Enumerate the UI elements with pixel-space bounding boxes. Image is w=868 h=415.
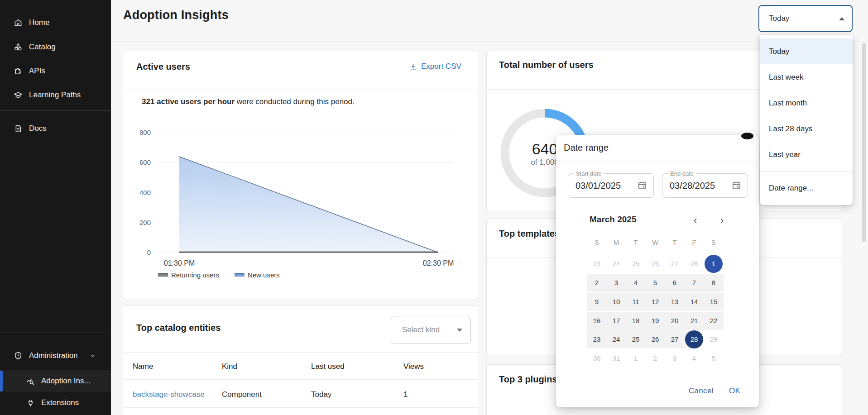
day-cell[interactable]: 19 (646, 312, 665, 330)
end-date-label: End date (668, 170, 696, 177)
page-title: Adoption Insights (123, 8, 229, 22)
legend-item: Returning users (158, 271, 219, 279)
menu-item-label: Last 28 days (769, 124, 812, 134)
total-users-title: Total number of users (499, 60, 594, 70)
menu-item-today[interactable]: Today (760, 38, 853, 64)
day-cell: 25 (626, 255, 646, 273)
day-cell[interactable]: 4 (626, 274, 646, 292)
legend-swatch (158, 273, 168, 277)
day-cell[interactable]: 14 (685, 293, 704, 311)
date-range-dialog-title: Date range (564, 143, 609, 153)
calendar-prev-button[interactable] (691, 216, 701, 226)
sidebar-item-label: Docs (29, 124, 47, 133)
sidebar-item-apis[interactable]: APIs (0, 60, 111, 82)
menu-item-date-range[interactable]: Date range... (760, 175, 853, 201)
column-header-views: Views (403, 362, 424, 371)
legend-swatch (235, 273, 245, 277)
day-cell[interactable]: 17 (607, 312, 626, 330)
export-csv-button[interactable]: Export CSV (409, 62, 461, 71)
sidebar-item-administration[interactable]: Administration (0, 345, 111, 367)
calendar-icon[interactable] (731, 180, 742, 191)
menu-item-last-28-days[interactable]: Last 28 days (760, 116, 853, 142)
active-users-header-divider (123, 90, 479, 90)
day-cell[interactable]: 11 (626, 293, 646, 311)
kind-select[interactable]: Select kind (391, 316, 471, 344)
sidebar-divider (0, 110, 111, 111)
calendar-icon[interactable] (637, 180, 647, 191)
sidebar-item-learning-paths[interactable]: Learning Paths (0, 84, 111, 106)
day-cell: 3 (665, 349, 685, 367)
sidebar-item-extensions[interactable]: Extensions (0, 392, 111, 414)
calendar-next-button[interactable] (717, 216, 727, 226)
day-cell[interactable]: 16 (587, 312, 607, 330)
calendar-month-label: March 2025 (590, 215, 637, 224)
y-axis-label: 0 (129, 248, 151, 256)
legend-item: New users (235, 271, 280, 279)
day-cell[interactable]: 27 (665, 330, 685, 348)
caret-down-icon (457, 329, 462, 332)
sidebar-item-label: Catalog (29, 43, 56, 52)
day-cell[interactable]: 13 (665, 293, 685, 311)
home-icon (14, 18, 23, 27)
column-header-kind: Kind (222, 362, 237, 371)
day-cell[interactable]: 10 (607, 293, 626, 311)
day-selected-start[interactable]: 1 (705, 255, 723, 273)
start-date-label: Start date (574, 170, 604, 177)
scrollbar-thumb[interactable] (862, 43, 866, 242)
top-plugins-title: Top 3 plugins (499, 374, 557, 385)
day-cell[interactable]: 18 (626, 312, 646, 330)
day-cell[interactable]: 26 (646, 330, 665, 348)
day-cell: 23 (587, 255, 607, 273)
export-csv-label: Export CSV (421, 62, 461, 71)
top-templates-title: Top templates (499, 229, 560, 239)
column-header-name: Name (133, 362, 153, 371)
sidebar-item-label: Learning Paths (29, 91, 81, 100)
day-cell: 5 (704, 349, 724, 367)
day-selected-end[interactable]: 28 (685, 330, 703, 348)
day-cell[interactable]: 22 (704, 312, 724, 330)
legend-label: New users (248, 271, 280, 279)
day-cell[interactable]: 25 (626, 330, 646, 348)
entity-name-link[interactable]: backstage-showcase (133, 390, 205, 399)
day-cell: 24 (607, 255, 626, 273)
day-cell[interactable]: 2 (587, 274, 607, 292)
day-cell[interactable]: 23 (587, 330, 607, 348)
day-cell: 1 (626, 349, 646, 367)
menu-item-last-year[interactable]: Last year (760, 142, 853, 167)
day-cell[interactable]: 9 (587, 293, 607, 311)
date-range-select[interactable]: Today (758, 5, 853, 32)
day-cell: 27 (665, 255, 685, 273)
menu-item-last-week[interactable]: Last week (760, 64, 853, 90)
day-cell[interactable]: 12 (646, 293, 665, 311)
end-date-value: 03/28/2025 (670, 181, 715, 191)
day-cell[interactable]: 7 (685, 274, 704, 292)
weekday-header: M (607, 239, 626, 246)
sidebar-item-label: APIs (29, 67, 45, 76)
weekday-header: S (587, 239, 607, 246)
start-date-field[interactable]: Start date 03/01/2025 (568, 173, 654, 198)
chart-legend: Returning usersNew users (158, 271, 280, 279)
day-cell[interactable]: 3 (607, 274, 626, 292)
dialog-cancel-button[interactable]: Cancel (689, 386, 714, 396)
api-icon (14, 67, 23, 76)
day-cell[interactable]: 5 (646, 274, 665, 292)
sidebar-item-catalog[interactable]: Catalog (0, 36, 111, 58)
sidebar-item-docs[interactable]: Docs (0, 118, 111, 139)
day-cell[interactable]: 15 (704, 293, 724, 311)
dialog-ok-button[interactable]: OK (729, 386, 740, 396)
day-cell[interactable]: 8 (704, 274, 724, 292)
day-cell[interactable]: 6 (665, 274, 685, 292)
day-cell[interactable]: 21 (685, 312, 704, 330)
menu-item-label: Last month (769, 99, 807, 108)
day-cell[interactable]: 20 (665, 312, 685, 330)
black-dot (741, 133, 753, 139)
day-cell: 4 (685, 349, 704, 367)
end-date-field[interactable]: End date 03/28/2025 (662, 173, 748, 198)
menu-item-last-month[interactable]: Last month (760, 90, 853, 116)
header-divider (111, 42, 868, 42)
sidebar-item-home[interactable]: Home (0, 12, 111, 33)
entity-kind: Component (222, 390, 262, 399)
day-cell[interactable]: 24 (607, 330, 626, 348)
sidebar-item-adoption-ins-[interactable]: Adoption Ins... (0, 370, 111, 392)
kind-select-placeholder: Select kind (402, 325, 440, 334)
